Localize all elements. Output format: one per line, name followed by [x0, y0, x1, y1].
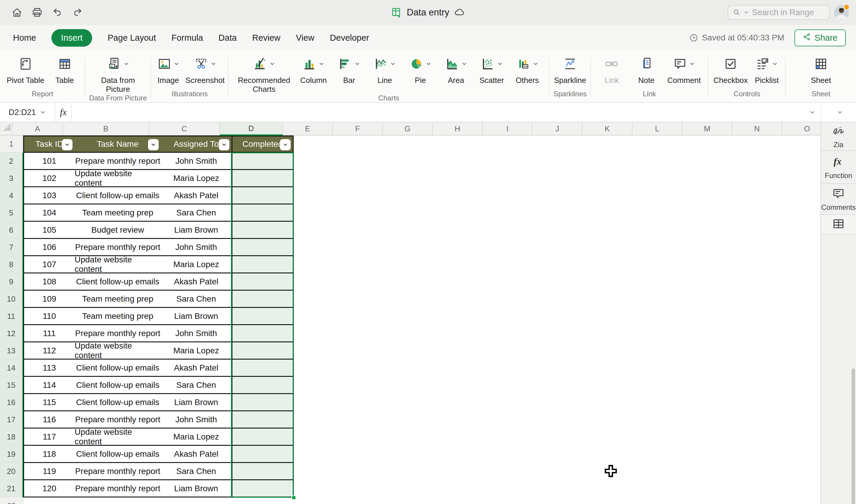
print-icon[interactable]: [32, 7, 43, 18]
home-icon[interactable]: [11, 7, 22, 18]
ribbon-pie[interactable]: Pie: [407, 54, 434, 85]
cell[interactable]: [232, 187, 293, 203]
search-chevron-icon[interactable]: [744, 10, 749, 15]
vertical-scrollbar[interactable]: [852, 368, 855, 504]
column-header-i[interactable]: I: [483, 122, 533, 136]
cell[interactable]: Team meeting prep: [75, 204, 161, 221]
column-header-d[interactable]: D: [220, 122, 283, 136]
tab-developer[interactable]: Developer: [330, 33, 369, 43]
column-header-k[interactable]: K: [583, 122, 632, 136]
sidebar-item-table-panel[interactable]: [821, 215, 856, 234]
cell[interactable]: Maria Lopez: [161, 429, 232, 445]
cell[interactable]: 107: [24, 256, 75, 272]
cell[interactable]: Liam Brown: [161, 222, 232, 238]
sheet-view-chevron-icon[interactable]: [837, 109, 843, 115]
column-header-j[interactable]: J: [533, 122, 583, 136]
cell[interactable]: Budget review: [75, 222, 161, 238]
row-header-12[interactable]: 12: [0, 325, 23, 342]
column-header-b[interactable]: B: [63, 122, 149, 136]
cell[interactable]: Sara Chen: [161, 291, 232, 307]
tab-review[interactable]: Review: [252, 33, 280, 43]
cell[interactable]: John Smith: [161, 325, 232, 341]
cell[interactable]: [232, 222, 293, 238]
document-title[interactable]: Data entry: [407, 7, 449, 18]
cell[interactable]: Client follow-up emails: [75, 446, 161, 462]
cell[interactable]: Update website content: [75, 170, 161, 186]
tab-page-layout[interactable]: Page Layout: [108, 33, 156, 43]
cell[interactable]: Prepare monthly report: [75, 239, 161, 255]
cell[interactable]: [232, 291, 293, 307]
ribbon-comment[interactable]: Comment: [667, 54, 701, 85]
table-header-cell-task-name[interactable]: Task Name: [75, 137, 161, 152]
cell[interactable]: Prepare monthly report: [75, 463, 161, 479]
row-header-14[interactable]: 14: [0, 360, 23, 377]
tab-view[interactable]: View: [296, 33, 314, 43]
cell[interactable]: 101: [24, 153, 75, 169]
cell[interactable]: Update website content: [75, 342, 161, 359]
cell[interactable]: 103: [24, 187, 75, 203]
tab-home[interactable]: Home: [13, 33, 36, 43]
cell[interactable]: [232, 377, 293, 393]
row-header-5[interactable]: 5: [0, 204, 23, 222]
tab-insert[interactable]: Insert: [51, 29, 92, 47]
ribbon-image[interactable]: Image: [155, 54, 182, 85]
filter-button-completed[interactable]: [280, 139, 291, 150]
cell[interactable]: Client follow-up emails: [75, 377, 161, 393]
cell[interactable]: [232, 273, 293, 290]
row-header-22[interactable]: 22: [0, 498, 23, 504]
column-header-e[interactable]: E: [283, 122, 333, 136]
cell[interactable]: Maria Lopez: [161, 170, 232, 186]
ribbon-others[interactable]: Others: [514, 54, 541, 85]
cell[interactable]: 106: [24, 239, 75, 255]
cell[interactable]: John Smith: [161, 153, 232, 169]
cell[interactable]: 118: [24, 446, 75, 462]
ribbon-checkbox[interactable]: Checkbox: [713, 54, 748, 85]
filter-button-assigned-to[interactable]: [219, 139, 230, 150]
cell[interactable]: Team meeting prep: [75, 291, 161, 307]
cell[interactable]: [232, 463, 293, 479]
ribbon-picklist[interactable]: Picklist: [753, 54, 781, 85]
cell[interactable]: 105: [24, 222, 75, 238]
sheet-canvas[interactable]: ABCDEFGHIJKLMNO 1Task IDTask NameAssigne…: [0, 122, 820, 504]
cell[interactable]: 102: [24, 170, 75, 186]
row-header-7[interactable]: 7: [0, 239, 23, 256]
cell[interactable]: [232, 204, 293, 221]
row-header-11[interactable]: 11: [0, 308, 23, 325]
cell[interactable]: Liam Brown: [161, 394, 232, 410]
cell[interactable]: 114: [24, 377, 75, 393]
cell[interactable]: Update website content: [75, 256, 161, 272]
ribbon-data-from-picture[interactable]: Data from Picture: [91, 54, 146, 94]
cell[interactable]: Maria Lopez: [161, 256, 232, 272]
formula-input[interactable]: [72, 103, 804, 122]
row-header-6[interactable]: 6: [0, 222, 23, 239]
row-header-21[interactable]: 21: [0, 480, 23, 498]
cell[interactable]: 112: [24, 342, 75, 359]
selection-fill-handle[interactable]: [291, 496, 296, 500]
cell[interactable]: Prepare monthly report: [75, 480, 161, 497]
ribbon-table[interactable]: Table: [51, 54, 78, 85]
column-header-g[interactable]: G: [383, 122, 433, 136]
row-header-4[interactable]: 4: [0, 187, 23, 204]
row-header-13[interactable]: 13: [0, 342, 23, 360]
cell[interactable]: [232, 429, 293, 445]
filter-button-task-id[interactable]: [62, 139, 73, 150]
search-box[interactable]: [728, 5, 830, 20]
cell[interactable]: [232, 308, 293, 324]
cell[interactable]: [232, 480, 293, 497]
row-header-8[interactable]: 8: [0, 256, 23, 273]
cell[interactable]: Update website content: [75, 429, 161, 445]
cell[interactable]: Client follow-up emails: [75, 187, 161, 203]
cell[interactable]: [232, 446, 293, 462]
column-header-n[interactable]: N: [732, 122, 782, 136]
cell[interactable]: 109: [24, 291, 75, 307]
column-header-c[interactable]: C: [149, 122, 220, 136]
cell[interactable]: John Smith: [161, 239, 232, 255]
cell[interactable]: 110: [24, 308, 75, 324]
tab-formula[interactable]: Formula: [172, 33, 203, 43]
cell[interactable]: Team meeting prep: [75, 308, 161, 324]
row-header-15[interactable]: 15: [0, 377, 23, 394]
cell[interactable]: Client follow-up emails: [75, 394, 161, 410]
cell[interactable]: Prepare monthly report: [75, 411, 161, 428]
row-header-17[interactable]: 17: [0, 411, 23, 429]
column-header-f[interactable]: F: [333, 122, 383, 136]
